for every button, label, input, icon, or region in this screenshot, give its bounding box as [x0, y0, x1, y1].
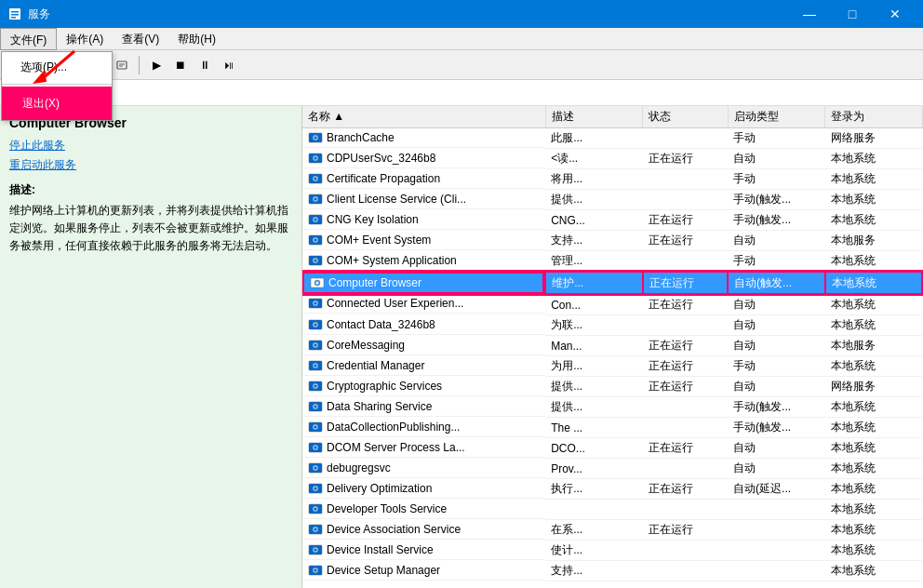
service-status-cell — [643, 128, 728, 149]
toolbar-start[interactable]: ▶ — [145, 54, 167, 76]
table-row[interactable]: debugregsvcProv...自动本地系统 — [302, 459, 922, 479]
header-desc[interactable]: 描述 — [545, 106, 642, 128]
service-icon — [308, 379, 323, 394]
svg-point-49 — [314, 384, 317, 387]
service-name-text: Developer Tools Service — [327, 502, 447, 515]
table-row[interactable]: BranchCache此服...手动网络服务 — [302, 128, 922, 149]
service-logon-cell: 本地系统 — [825, 169, 922, 190]
minimize-button[interactable]: — — [789, 0, 830, 28]
service-status-cell — [643, 459, 728, 479]
service-startup-cell: 手动(触发... — [728, 210, 824, 231]
service-startup-cell: 自动 — [728, 377, 824, 397]
service-logon-cell: 本地系统 — [825, 272, 922, 294]
table-row[interactable]: Developer Tools Service本地系统 — [302, 500, 922, 520]
service-logon-cell: 本地系统 — [825, 500, 922, 520]
svg-rect-2 — [11, 14, 19, 16]
table-row[interactable]: Delivery Optimization执行...正在运行自动(延迟...本地… — [302, 479, 922, 500]
service-name-cell: BranchCache — [302, 128, 545, 148]
table-row[interactable]: Credential Manager为用...正在运行手动本地系统 — [302, 356, 922, 377]
table-row[interactable]: Contact Data_3246b8为联...自动本地系统 — [302, 315, 922, 336]
service-name-cell: Computer Browser — [302, 272, 544, 294]
table-row[interactable]: COM+ Event System支持...正在运行自动本地服务 — [302, 231, 922, 251]
service-desc-cell: 执行... — [545, 479, 642, 500]
close-button[interactable]: ✕ — [875, 0, 916, 28]
table-row[interactable]: Device Setup Manager支持...本地系统 — [302, 561, 922, 581]
menu-options[interactable]: 选项(P)... — [2, 52, 112, 82]
menu-file[interactable]: 文件(F) 选项(P)... 退出(X) — [0, 28, 57, 50]
table-row[interactable]: Device Association Service在系...正在运行本地系统 — [302, 520, 922, 541]
svg-point-31 — [314, 259, 317, 261]
service-icon — [308, 212, 323, 227]
service-startup-cell: 自动 — [728, 231, 824, 251]
service-icon — [310, 275, 325, 290]
service-name-text: debugregsvc — [327, 461, 391, 474]
desc-text: 维护网络上计算机的更新列表，并将列表提供给计算机指定浏览。如果服务停止，列表不会… — [9, 202, 292, 256]
service-name-text: Device Setup Manager — [327, 564, 440, 577]
table-row[interactable]: Device Install Service使计...本地系统 — [302, 541, 922, 561]
table-row[interactable]: COM+ System Application管理...手动本地系统 — [302, 251, 922, 273]
table-row[interactable]: Computer Browser维护...正在运行自动(触发...本地系统 — [302, 272, 922, 294]
service-name-text: Client License Service (Cli... — [327, 193, 466, 206]
service-startup-cell — [728, 561, 824, 581]
service-desc-cell: 在系... — [545, 520, 642, 541]
table-row[interactable]: Data Sharing Service提供...手动(触发...本地系统 — [302, 397, 922, 418]
service-status-cell — [643, 169, 728, 190]
table-row[interactable]: Certificate Propagation将用...手动本地系统 — [302, 169, 922, 190]
svg-point-40 — [314, 323, 317, 326]
service-status-cell: 正在运行 — [643, 479, 728, 500]
service-logon-cell: 网络服务 — [825, 377, 922, 397]
service-status-cell: 正在运行 — [643, 294, 728, 315]
service-logon-cell: 本地系统 — [825, 541, 922, 561]
toolbar-restart[interactable]: ⏯ — [218, 54, 240, 76]
desc-title: 描述: — [9, 182, 292, 198]
service-name-text: DataCollectionPublishing... — [327, 421, 460, 434]
table-row[interactable]: DCOM Server Process La...DCO...正在运行自动本地系… — [302, 438, 922, 459]
header-startup[interactable]: 启动类型 — [728, 106, 824, 128]
table-row[interactable]: Cryptographic Services提供...正在运行自动网络服务 — [302, 377, 922, 397]
service-name-cell: Cryptographic Services — [302, 377, 545, 396]
toolbar-pause[interactable]: ⏸ — [194, 54, 216, 76]
service-logon-cell: 本地系统 — [825, 315, 922, 336]
svg-point-37 — [314, 302, 317, 305]
menu-view[interactable]: 查看(V) — [113, 28, 168, 50]
table-row[interactable]: CDPUserSvc_3246b8<读...正在运行自动本地系统 — [302, 149, 922, 169]
toolbar-stop[interactable]: ⏹ — [169, 54, 192, 76]
service-status-cell: 正在运行 — [643, 356, 728, 377]
service-name-cell: Device Install Service — [302, 541, 545, 560]
svg-point-70 — [314, 528, 317, 530]
header-status[interactable]: 状态 — [643, 106, 728, 128]
service-name-cell: Device Association Service — [302, 520, 545, 540]
service-desc-cell: Prov... — [545, 459, 642, 479]
svg-point-43 — [314, 343, 317, 346]
service-name-text: Data Sharing Service — [327, 400, 432, 413]
service-logon-cell: 本地系统 — [825, 210, 922, 231]
table-row[interactable]: Client License Service (Cli...提供...手动(触发… — [302, 190, 922, 210]
service-desc-cell: 提供... — [545, 190, 642, 210]
right-panel[interactable]: 名称 ▲ 描述 状态 启动类型 登录为 — [302, 106, 923, 588]
service-startup-cell: 自动 — [728, 336, 824, 356]
service-name-text: Device Install Service — [327, 543, 434, 556]
table-row[interactable]: CoreMessagingMan...正在运行自动本地服务 — [302, 336, 922, 356]
table-row[interactable]: CNG Key IsolationCNG...正在运行手动(触发...本地系统 — [302, 210, 922, 231]
service-name-cell: Credential Manager — [302, 356, 545, 376]
menu-action[interactable]: 操作(A) — [57, 28, 113, 50]
stop-service-link[interactable]: 停止此服务 — [9, 138, 292, 154]
header-logon[interactable]: 登录为 — [825, 106, 922, 128]
header-name[interactable]: 名称 ▲ — [302, 106, 545, 128]
menu-help[interactable]: 帮助(H) — [168, 28, 225, 50]
table-row[interactable]: Connected User Experien...Con...正在运行自动本地… — [302, 294, 922, 315]
service-status-cell: 正在运行 — [643, 272, 728, 294]
service-name-text: Computer Browser — [328, 276, 421, 289]
toolbar-properties[interactable] — [111, 54, 133, 76]
maximize-button[interactable]: □ — [832, 0, 873, 28]
service-name-text: Certificate Propagation — [327, 172, 440, 185]
service-icon — [308, 481, 323, 496]
service-name-text: Connected User Experien... — [327, 297, 463, 310]
restart-service-link[interactable]: 重启动此服务 — [9, 157, 292, 173]
table-row[interactable]: DataCollectionPublishing...The ...手动(触发.… — [302, 418, 922, 438]
svg-rect-3 — [11, 17, 16, 19]
service-icon — [308, 151, 323, 166]
service-name-text: DCOM Server Process La... — [327, 441, 465, 454]
menu-exit[interactable]: 退出(X) — [2, 87, 112, 120]
service-name-cell: DCOM Server Process La... — [302, 438, 545, 458]
